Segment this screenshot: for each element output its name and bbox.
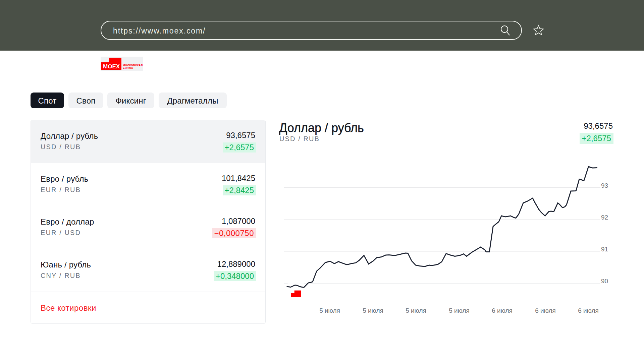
svg-text:5 июля: 5 июля <box>406 307 426 314</box>
svg-text:6 июля: 6 июля <box>535 307 556 314</box>
svg-text:90: 90 <box>601 278 608 285</box>
svg-text:6 июля: 6 июля <box>492 307 513 314</box>
svg-text:6 июля: 6 июля <box>578 307 599 314</box>
svg-text:93: 93 <box>601 182 608 189</box>
svg-text:92: 92 <box>601 214 608 221</box>
svg-text:5 июля: 5 июля <box>319 307 340 314</box>
svg-text:5 июля: 5 июля <box>449 307 470 314</box>
svg-text:91: 91 <box>601 246 608 253</box>
svg-text:5 июля: 5 июля <box>363 307 383 314</box>
